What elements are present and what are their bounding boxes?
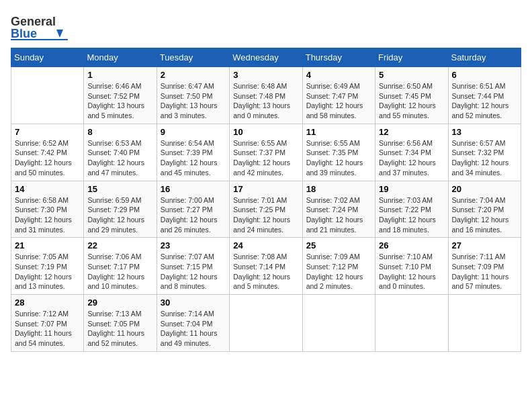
day-info: Sunrise: 7:01 AMSunset: 7:25 PMDaylight:… bbox=[233, 195, 298, 235]
day-number: 3 bbox=[233, 70, 298, 80]
day-info: Sunrise: 7:12 AMSunset: 7:07 PMDaylight:… bbox=[15, 309, 80, 349]
day-number: 28 bbox=[15, 298, 80, 308]
day-number: 6 bbox=[452, 70, 517, 80]
calendar-cell: 10Sunrise: 6:55 AMSunset: 7:37 PMDayligh… bbox=[230, 124, 302, 181]
day-info: Sunrise: 7:14 AMSunset: 7:04 PMDaylight:… bbox=[161, 309, 226, 349]
day-number: 1 bbox=[87, 70, 152, 80]
logo-svg: General Blue bbox=[11, 11, 78, 41]
calendar-cell: 11Sunrise: 6:55 AMSunset: 7:35 PMDayligh… bbox=[302, 124, 375, 181]
day-info: Sunrise: 7:05 AMSunset: 7:19 PMDaylight:… bbox=[15, 252, 80, 291]
calendar-cell: 12Sunrise: 6:56 AMSunset: 7:34 PMDayligh… bbox=[375, 124, 448, 181]
calendar-cell: 20Sunrise: 7:04 AMSunset: 7:20 PMDayligh… bbox=[448, 181, 521, 238]
day-number: 18 bbox=[306, 184, 371, 194]
day-info: Sunrise: 7:11 AMSunset: 7:09 PMDaylight:… bbox=[452, 252, 517, 291]
calendar-cell bbox=[448, 295, 521, 352]
calendar-cell: 17Sunrise: 7:01 AMSunset: 7:25 PMDayligh… bbox=[230, 181, 302, 238]
day-info: Sunrise: 6:54 AMSunset: 7:39 PMDaylight:… bbox=[161, 138, 226, 178]
day-number: 27 bbox=[452, 240, 517, 250]
day-number: 29 bbox=[87, 298, 152, 308]
calendar-cell: 4Sunrise: 6:49 AMSunset: 7:47 PMDaylight… bbox=[302, 67, 375, 124]
day-info: Sunrise: 7:07 AMSunset: 7:15 PMDaylight:… bbox=[161, 252, 226, 291]
week-row-1: 1Sunrise: 6:46 AMSunset: 7:52 PMDaylight… bbox=[11, 67, 521, 124]
svg-text:Blue: Blue bbox=[11, 27, 37, 40]
calendar-cell: 19Sunrise: 7:03 AMSunset: 7:22 PMDayligh… bbox=[375, 181, 448, 238]
day-info: Sunrise: 6:59 AMSunset: 7:29 PMDaylight:… bbox=[87, 195, 152, 235]
calendar-cell: 6Sunrise: 6:51 AMSunset: 7:44 PMDaylight… bbox=[448, 67, 521, 124]
calendar-cell: 2Sunrise: 6:47 AMSunset: 7:50 PMDaylight… bbox=[157, 67, 229, 124]
calendar-cell: 26Sunrise: 7:10 AMSunset: 7:10 PMDayligh… bbox=[375, 238, 448, 295]
day-header-monday: Monday bbox=[84, 48, 157, 67]
calendar-cell: 1Sunrise: 6:46 AMSunset: 7:52 PMDaylight… bbox=[84, 67, 157, 124]
day-number: 11 bbox=[306, 127, 371, 137]
calendar-cell: 18Sunrise: 7:02 AMSunset: 7:24 PMDayligh… bbox=[302, 181, 375, 238]
day-info: Sunrise: 6:55 AMSunset: 7:35 PMDaylight:… bbox=[306, 138, 371, 178]
day-info: Sunrise: 6:51 AMSunset: 7:44 PMDaylight:… bbox=[452, 81, 517, 121]
day-number: 30 bbox=[161, 298, 226, 308]
day-number: 24 bbox=[233, 240, 298, 250]
day-info: Sunrise: 7:03 AMSunset: 7:22 PMDaylight:… bbox=[379, 195, 444, 235]
day-number: 23 bbox=[161, 240, 226, 250]
day-info: Sunrise: 7:10 AMSunset: 7:10 PMDaylight:… bbox=[379, 252, 444, 291]
day-number: 8 bbox=[87, 127, 152, 137]
calendar-cell bbox=[302, 295, 375, 352]
day-info: Sunrise: 7:00 AMSunset: 7:27 PMDaylight:… bbox=[161, 195, 226, 235]
day-header-saturday: Saturday bbox=[448, 48, 521, 67]
day-number: 7 bbox=[15, 127, 80, 137]
svg-text:General: General bbox=[11, 15, 56, 28]
week-row-3: 14Sunrise: 6:58 AMSunset: 7:30 PMDayligh… bbox=[11, 181, 521, 238]
calendar-cell: 5Sunrise: 6:50 AMSunset: 7:45 PMDaylight… bbox=[375, 67, 448, 124]
day-info: Sunrise: 6:56 AMSunset: 7:34 PMDaylight:… bbox=[379, 138, 444, 178]
calendar-cell: 27Sunrise: 7:11 AMSunset: 7:09 PMDayligh… bbox=[448, 238, 521, 295]
calendar-cell bbox=[230, 295, 302, 352]
day-info: Sunrise: 6:47 AMSunset: 7:50 PMDaylight:… bbox=[161, 81, 226, 121]
calendar-cell: 13Sunrise: 6:57 AMSunset: 7:32 PMDayligh… bbox=[448, 124, 521, 181]
day-number: 25 bbox=[306, 240, 371, 250]
day-info: Sunrise: 7:09 AMSunset: 7:12 PMDaylight:… bbox=[306, 252, 371, 291]
day-number: 13 bbox=[452, 127, 517, 137]
calendar-cell: 22Sunrise: 7:06 AMSunset: 7:17 PMDayligh… bbox=[84, 238, 157, 295]
calendar-cell: 24Sunrise: 7:08 AMSunset: 7:14 PMDayligh… bbox=[230, 238, 302, 295]
week-row-5: 28Sunrise: 7:12 AMSunset: 7:07 PMDayligh… bbox=[11, 295, 521, 352]
logo: General Blue bbox=[11, 11, 78, 41]
day-info: Sunrise: 7:13 AMSunset: 7:05 PMDaylight:… bbox=[87, 309, 152, 349]
day-info: Sunrise: 7:06 AMSunset: 7:17 PMDaylight:… bbox=[87, 252, 152, 291]
day-header-wednesday: Wednesday bbox=[230, 48, 302, 67]
calendar-cell: 3Sunrise: 6:48 AMSunset: 7:48 PMDaylight… bbox=[230, 67, 302, 124]
day-number: 10 bbox=[233, 127, 298, 137]
day-header-thursday: Thursday bbox=[302, 48, 375, 67]
calendar-cell: 15Sunrise: 6:59 AMSunset: 7:29 PMDayligh… bbox=[84, 181, 157, 238]
day-number: 4 bbox=[306, 70, 371, 80]
calendar-cell: 14Sunrise: 6:58 AMSunset: 7:30 PMDayligh… bbox=[11, 181, 84, 238]
day-number: 15 bbox=[87, 184, 152, 194]
calendar-header: SundayMondayTuesdayWednesdayThursdayFrid… bbox=[11, 48, 521, 67]
day-header-tuesday: Tuesday bbox=[157, 48, 229, 67]
day-number: 2 bbox=[161, 70, 226, 80]
calendar-cell bbox=[11, 67, 84, 124]
day-info: Sunrise: 6:46 AMSunset: 7:52 PMDaylight:… bbox=[87, 81, 152, 121]
calendar-cell: 28Sunrise: 7:12 AMSunset: 7:07 PMDayligh… bbox=[11, 295, 84, 352]
day-info: Sunrise: 7:08 AMSunset: 7:14 PMDaylight:… bbox=[233, 252, 298, 291]
calendar-cell: 25Sunrise: 7:09 AMSunset: 7:12 PMDayligh… bbox=[302, 238, 375, 295]
day-info: Sunrise: 6:57 AMSunset: 7:32 PMDaylight:… bbox=[452, 138, 517, 178]
calendar-cell: 9Sunrise: 6:54 AMSunset: 7:39 PMDaylight… bbox=[157, 124, 229, 181]
day-info: Sunrise: 6:49 AMSunset: 7:47 PMDaylight:… bbox=[306, 81, 371, 121]
calendar-cell bbox=[375, 295, 448, 352]
day-info: Sunrise: 6:53 AMSunset: 7:40 PMDaylight:… bbox=[87, 138, 152, 178]
day-info: Sunrise: 7:02 AMSunset: 7:24 PMDaylight:… bbox=[306, 195, 371, 235]
week-row-2: 7Sunrise: 6:52 AMSunset: 7:42 PMDaylight… bbox=[11, 124, 521, 181]
day-info: Sunrise: 6:52 AMSunset: 7:42 PMDaylight:… bbox=[15, 138, 80, 178]
calendar-cell: 7Sunrise: 6:52 AMSunset: 7:42 PMDaylight… bbox=[11, 124, 84, 181]
day-info: Sunrise: 6:50 AMSunset: 7:45 PMDaylight:… bbox=[379, 81, 444, 121]
day-number: 21 bbox=[15, 240, 80, 250]
page-header: General Blue bbox=[11, 11, 521, 41]
calendar-cell: 23Sunrise: 7:07 AMSunset: 7:15 PMDayligh… bbox=[157, 238, 229, 295]
day-header-friday: Friday bbox=[375, 48, 448, 67]
day-number: 5 bbox=[379, 70, 444, 80]
day-number: 9 bbox=[161, 127, 226, 137]
svg-marker-2 bbox=[56, 30, 63, 38]
calendar-cell: 29Sunrise: 7:13 AMSunset: 7:05 PMDayligh… bbox=[84, 295, 157, 352]
day-info: Sunrise: 6:48 AMSunset: 7:48 PMDaylight:… bbox=[233, 81, 298, 121]
calendar-cell: 30Sunrise: 7:14 AMSunset: 7:04 PMDayligh… bbox=[157, 295, 229, 352]
day-info: Sunrise: 6:58 AMSunset: 7:30 PMDaylight:… bbox=[15, 195, 80, 235]
calendar-body: 1Sunrise: 6:46 AMSunset: 7:52 PMDaylight… bbox=[11, 67, 521, 352]
